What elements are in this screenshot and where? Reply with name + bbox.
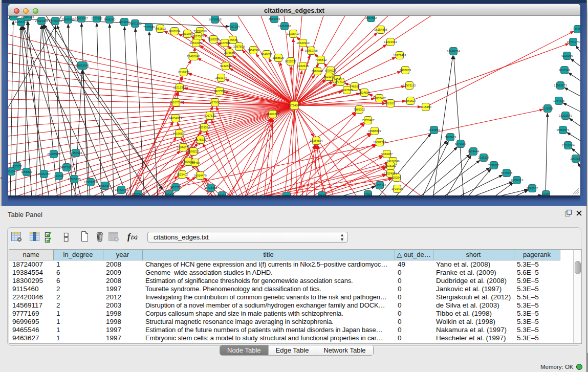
svg-text:7515546: 7515546 <box>143 26 155 29</box>
svg-text:20691406: 20691406 <box>35 19 48 23</box>
svg-text:3675685: 3675685 <box>224 51 235 54</box>
svg-text:9327503: 9327503 <box>219 41 230 45</box>
svg-text:28053346: 28053346 <box>76 64 89 67</box>
svg-text:8578332: 8578332 <box>195 138 206 141</box>
svg-text:16671355: 16671355 <box>128 22 141 25</box>
svg-text:16120746: 16120746 <box>386 160 399 163</box>
svg-text:16210643: 16210643 <box>559 114 572 117</box>
svg-text:1733426: 1733426 <box>391 187 403 190</box>
svg-text:15751074: 15751074 <box>567 40 579 43</box>
svg-text:15720407: 15720407 <box>361 119 374 122</box>
svg-text:10654112: 10654112 <box>511 179 524 182</box>
svg-text:16782759: 16782759 <box>115 188 127 191</box>
svg-text:3215958: 3215958 <box>542 107 553 110</box>
svg-text:10653287: 10653287 <box>75 17 88 20</box>
svg-text:12093873: 12093873 <box>554 84 567 87</box>
svg-text:19654923: 19654923 <box>169 117 182 120</box>
svg-text:14136141: 14136141 <box>373 184 386 187</box>
svg-text:1125051: 1125051 <box>11 165 23 168</box>
svg-text:10807487: 10807487 <box>373 97 385 100</box>
svg-text:9115460: 9115460 <box>420 105 431 108</box>
svg-text:10688609: 10688609 <box>368 129 381 133</box>
svg-text:1615152: 1615152 <box>385 164 396 167</box>
svg-text:7485063: 7485063 <box>400 69 411 72</box>
svg-text:10958107: 10958107 <box>98 184 111 187</box>
svg-text:18640910: 18640910 <box>296 41 309 45</box>
svg-text:8813054: 8813054 <box>269 17 280 20</box>
svg-text:7632621: 7632621 <box>488 164 499 167</box>
svg-text:7955812: 7955812 <box>315 58 326 61</box>
svg-text:3267130: 3267130 <box>204 114 215 117</box>
svg-text:9660124: 9660124 <box>169 30 180 33</box>
svg-text:10770403: 10770403 <box>49 19 61 23</box>
svg-text:9242848: 9242848 <box>220 64 231 68</box>
svg-text:6879197: 6879197 <box>455 142 466 145</box>
svg-text:2687682: 2687682 <box>365 16 377 19</box>
svg-text:9329966: 9329966 <box>561 54 573 57</box>
svg-text:6794028: 6794028 <box>325 69 336 72</box>
svg-text:1244415: 1244415 <box>553 99 564 102</box>
svg-text:175546: 175546 <box>228 38 238 41</box>
svg-text:7357224: 7357224 <box>228 25 239 28</box>
svg-text:989469: 989469 <box>190 161 200 164</box>
svg-text:19218506: 19218506 <box>278 25 291 28</box>
svg-text:17016504: 17016504 <box>561 144 574 147</box>
svg-text:1353594: 1353594 <box>199 126 210 129</box>
svg-text:19166827: 19166827 <box>172 132 185 135</box>
svg-text:16914479: 16914479 <box>193 174 206 177</box>
svg-text:12213963: 12213963 <box>384 40 397 43</box>
svg-text:9245652: 9245652 <box>527 187 538 190</box>
svg-text:6497568: 6497568 <box>341 89 353 92</box>
svg-text:25254: 25254 <box>393 176 401 179</box>
svg-text:8990448: 8990448 <box>312 70 323 73</box>
svg-text:1588520: 1588520 <box>273 56 284 59</box>
svg-text:92450: 92450 <box>542 193 550 195</box>
svg-text:8471676: 8471676 <box>501 171 512 174</box>
svg-text:1092344: 1092344 <box>216 194 228 195</box>
svg-text:1640954: 1640954 <box>428 128 440 132</box>
svg-text:9146821: 9146821 <box>261 53 272 56</box>
svg-text:9457791: 9457791 <box>170 186 181 189</box>
svg-text:8938923: 8938923 <box>445 136 456 139</box>
svg-text:20643389: 20643389 <box>61 18 74 21</box>
svg-text:6466160: 6466160 <box>104 18 115 21</box>
svg-text:1167533: 1167533 <box>570 157 580 160</box>
svg-text:2367608: 2367608 <box>233 45 245 48</box>
svg-text:2935114: 2935114 <box>478 156 489 159</box>
svg-text:9227349: 9227349 <box>559 69 570 72</box>
svg-text:163305: 163305 <box>282 194 292 195</box>
svg-text:16648784: 16648784 <box>447 50 460 53</box>
svg-text:9474444: 9474444 <box>468 150 479 153</box>
svg-text:11325419: 11325419 <box>287 32 300 35</box>
svg-text:1362615: 1362615 <box>297 64 309 68</box>
svg-text:7625402: 7625402 <box>177 173 188 176</box>
svg-text:16107553: 16107553 <box>169 101 182 104</box>
svg-text:87969: 87969 <box>364 193 372 195</box>
svg-text:22420046: 22420046 <box>187 55 200 58</box>
svg-text:1698222: 1698222 <box>188 150 199 153</box>
svg-text:23053346: 23053346 <box>8 16 20 18</box>
svg-text:8454749: 8454749 <box>248 49 259 52</box>
svg-text:114519: 114519 <box>54 174 64 178</box>
svg-text:12323446: 12323446 <box>132 193 144 195</box>
svg-text:7463822: 7463822 <box>155 27 166 30</box>
svg-text:746266: 746266 <box>350 85 360 88</box>
svg-text:3912954: 3912954 <box>182 32 193 35</box>
svg-text:9827503: 9827503 <box>192 35 204 38</box>
svg-text:12342757: 12342757 <box>37 172 50 176</box>
svg-text:2803144: 2803144 <box>215 76 227 79</box>
svg-text:7986322: 7986322 <box>354 108 365 111</box>
svg-text:18807249: 18807249 <box>373 141 386 144</box>
svg-text:12975115: 12975115 <box>403 84 416 87</box>
svg-text:12505135: 12505135 <box>68 178 80 181</box>
svg-text:16961758: 16961758 <box>304 49 317 52</box>
svg-text:1527602: 1527602 <box>91 17 102 20</box>
svg-text:10543362: 10543362 <box>189 41 202 45</box>
svg-text:26206535: 26206535 <box>47 152 60 156</box>
svg-text:(x): (x) <box>131 234 138 240</box>
svg-text:111263: 111263 <box>573 28 580 31</box>
svg-text:9463627: 9463627 <box>405 99 416 102</box>
svg-text:17359934: 17359934 <box>69 151 82 155</box>
svg-text:14055714: 14055714 <box>14 20 27 24</box>
svg-text:2718170: 2718170 <box>178 71 189 74</box>
